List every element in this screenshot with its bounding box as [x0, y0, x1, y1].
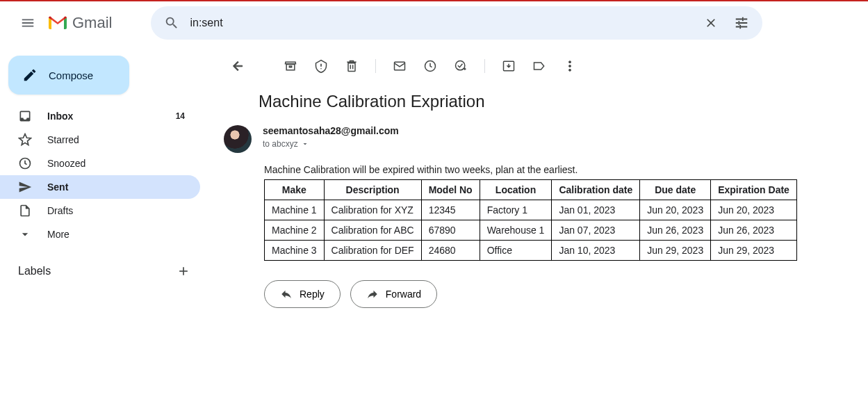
reply-button[interactable]: Reply — [264, 280, 341, 308]
search-button[interactable] — [156, 8, 187, 38]
back-button[interactable] — [224, 52, 252, 80]
table-row: Machine 2Calibration for ABC67890Warehou… — [265, 220, 797, 241]
close-icon — [704, 16, 718, 30]
search-bar — [151, 6, 762, 40]
toolbar-divider — [484, 59, 485, 73]
nav-more[interactable]: More — [0, 222, 200, 246]
menu-button[interactable] — [11, 6, 44, 40]
add-label-button[interactable] — [172, 260, 195, 282]
nav-label: More — [47, 229, 69, 240]
nav-drafts[interactable]: Drafts — [0, 199, 200, 222]
table-cell: Warehouse 1 — [480, 220, 552, 241]
svg-rect-1 — [739, 21, 740, 25]
reply-icon — [280, 288, 293, 300]
star-icon — [18, 133, 32, 147]
topbar: Gmail — [0, 0, 868, 44]
inbox-icon — [18, 109, 32, 123]
toolbar-divider — [375, 59, 376, 73]
svg-point-8 — [569, 61, 571, 63]
more-vert-icon — [563, 59, 577, 73]
table-row: Machine 1Calibration for XYZ12345Factory… — [265, 200, 797, 220]
recipient-text: to abcxyz — [263, 139, 298, 149]
nav-sent[interactable]: Sent — [0, 175, 200, 199]
file-icon — [18, 204, 32, 218]
gmail-logo[interactable]: Gmail — [47, 14, 112, 32]
email-subject: Machine Calibration Expriation — [208, 86, 868, 125]
svg-point-6 — [456, 61, 465, 70]
snooze-button[interactable] — [416, 52, 444, 80]
table-row: Machine 3Calibration for DEF24680OfficeJ… — [265, 241, 797, 261]
chevron-down-icon — [301, 140, 309, 148]
add-task-button[interactable] — [447, 52, 475, 80]
spam-button[interactable] — [307, 52, 335, 80]
tune-icon — [734, 15, 749, 31]
brand-text: Gmail — [72, 14, 112, 32]
arrow-left-icon — [231, 59, 245, 73]
nav-list: Inbox 14 Starred Snoozed Sent Drafts — [0, 104, 208, 246]
table-cell: Jun 29, 2023 — [711, 241, 797, 261]
email-body-intro: Machine Calibration will be expired with… — [208, 161, 868, 179]
nav-label: Drafts — [47, 205, 73, 216]
move-to-button[interactable] — [495, 52, 523, 80]
table-cell: Jan 10, 2023 — [552, 241, 640, 261]
nav-label: Snoozed — [47, 158, 85, 169]
nav-label: Sent — [47, 181, 68, 193]
avatar[interactable] — [224, 125, 252, 153]
compose-button[interactable]: Compose — [8, 56, 129, 95]
table-cell: 67890 — [421, 220, 480, 241]
plus-icon — [177, 264, 190, 278]
reply-label: Reply — [300, 289, 325, 300]
gmail-logo-icon — [47, 15, 68, 31]
table-header: Model No — [421, 180, 480, 200]
table-header: Calibration date — [552, 180, 640, 200]
table-cell: 12345 — [421, 200, 480, 220]
search-icon — [164, 15, 179, 31]
nav-count: 14 — [176, 111, 185, 121]
archive-button[interactable] — [277, 52, 304, 80]
table-header: Expiration Date — [711, 180, 797, 200]
forward-label: Forward — [386, 289, 421, 300]
svg-point-10 — [569, 69, 571, 71]
calibration-table: MakeDescriptionModel NoLocationCalibrati… — [264, 179, 797, 261]
more-button[interactable] — [556, 52, 584, 80]
forward-icon — [366, 288, 379, 300]
table-header: Location — [480, 180, 552, 200]
table-cell: Jan 07, 2023 — [552, 220, 640, 241]
hamburger-icon — [20, 15, 35, 31]
labels-button[interactable] — [525, 52, 553, 80]
sender-email: seemantosaha28@gmail.com — [263, 125, 399, 136]
content: Machine Calibration Expriation seemantos… — [208, 46, 868, 397]
move-to-icon — [502, 59, 516, 73]
main: Compose Inbox 14 Starred Snoozed Sent — [0, 44, 868, 397]
table-cell: Calibration for XYZ — [324, 200, 421, 220]
sidebar: Compose Inbox 14 Starred Snoozed Sent — [0, 44, 208, 397]
task-icon — [454, 59, 468, 73]
label-icon — [532, 59, 546, 73]
recipient-line[interactable]: to abcxyz — [263, 139, 399, 149]
labels-header: Labels — [0, 246, 208, 282]
delete-button[interactable] — [338, 52, 366, 80]
clear-search-button[interactable] — [696, 8, 726, 38]
table-cell: Machine 2 — [265, 220, 325, 241]
mail-icon — [393, 59, 407, 73]
svg-rect-2 — [740, 25, 742, 29]
table-cell: Calibration for ABC — [324, 220, 421, 241]
table-header: Description — [324, 180, 421, 200]
search-input[interactable] — [187, 17, 696, 29]
nav-snoozed[interactable]: Snoozed — [0, 152, 200, 175]
table-cell: Jun 29, 2023 — [640, 241, 711, 261]
table-cell: Jun 20, 2023 — [711, 200, 797, 220]
nav-inbox[interactable]: Inbox 14 — [0, 104, 200, 128]
table-cell: Jan 01, 2023 — [552, 200, 640, 220]
email-actions: Reply Forward — [264, 280, 868, 308]
table-cell: Jun 26, 2023 — [640, 220, 711, 241]
nav-starred[interactable]: Starred — [0, 128, 200, 152]
search-options-button[interactable] — [726, 8, 757, 38]
mark-unread-button[interactable] — [386, 52, 413, 80]
table-header: Due date — [640, 180, 711, 200]
clock-icon — [423, 59, 437, 73]
svg-point-9 — [569, 65, 571, 67]
table-cell: Jun 26, 2023 — [711, 220, 797, 241]
forward-button[interactable]: Forward — [350, 280, 437, 308]
table-cell: Machine 3 — [265, 241, 325, 261]
